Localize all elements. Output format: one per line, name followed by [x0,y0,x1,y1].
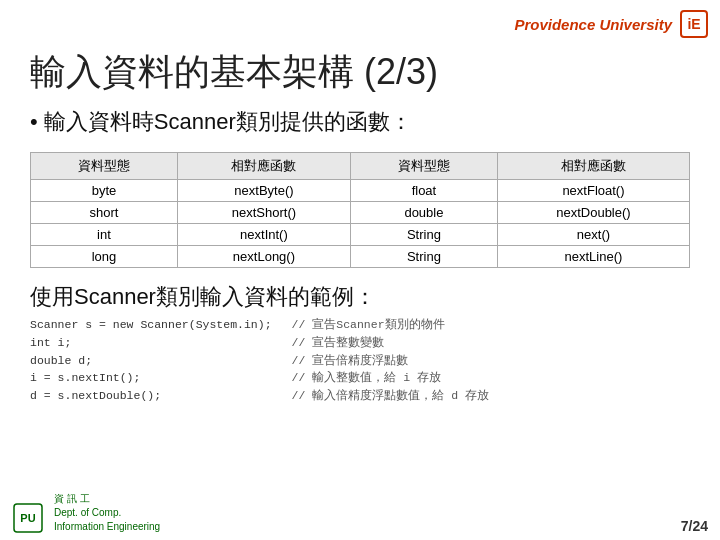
bullet-section: 輸入資料時Scanner類別提供的函數： [0,103,720,146]
dept-info: PU 資 訊 工 Dept. of Comp. Information Engi… [12,492,160,534]
table-cell: nextFloat() [497,179,689,201]
dept-line1: 資 訊 工 [54,492,160,506]
table-cell: nextShort() [177,201,350,223]
code-line-left: int i; [30,334,272,352]
code-line-right: // 輸入倍精度浮點數值，給 d 存放 [292,387,489,405]
code-line-left: i = s.nextInt(); [30,369,272,387]
footer: PU 資 訊 工 Dept. of Comp. Information Engi… [0,492,720,534]
table-cell: nextInt() [177,223,350,245]
table-row: intnextInt()Stringnext() [31,223,690,245]
table-body: bytenextByte()floatnextFloat()shortnextS… [31,179,690,267]
page-number: 7/24 [681,518,708,534]
table-row: shortnextShort()doublenextDouble() [31,201,690,223]
table-cell: float [350,179,497,201]
section-heading: 使用Scanner類別輸入資料的範例： [0,276,720,316]
table-cell: next() [497,223,689,245]
col-header-2: 相對應函數 [177,152,350,179]
table-row: bytenextByte()floatnextFloat() [31,179,690,201]
col-header-3: 資料型態 [350,152,497,179]
table-cell: nextDouble() [497,201,689,223]
code-line-right: // 輸入整數值，給 i 存放 [292,369,489,387]
header: Providence University iE [0,0,720,44]
code-line-left: double d; [30,352,272,370]
dept-line3: Information Engineering [54,520,160,534]
table-cell: nextLine() [497,245,689,267]
dept-text: 資 訊 工 Dept. of Comp. Information Enginee… [54,492,160,534]
university-name: Providence University [514,16,672,33]
table-cell: int [31,223,178,245]
table-cell: byte [31,179,178,201]
table-cell: short [31,201,178,223]
table-row: longnextLong()StringnextLine() [31,245,690,267]
table-cell: String [350,223,497,245]
code-line-right: // 宣告整數變數 [292,334,489,352]
table-header-row: 資料型態 相對應函數 資料型態 相對應函數 [31,152,690,179]
code-block: Scanner s = new Scanner(System.in);int i… [30,316,690,405]
svg-text:PU: PU [20,512,35,524]
main-title: 輸入資料的基本架構 (2/3) [0,44,720,103]
dept-logo-icon: PU [12,502,44,534]
bullet-text: 輸入資料時Scanner類別提供的函數： [30,109,412,134]
table-cell: long [31,245,178,267]
university-logo: iE [680,10,708,38]
table-cell: String [350,245,497,267]
table-cell: nextLong() [177,245,350,267]
scanner-table: 資料型態 相對應函數 資料型態 相對應函數 bytenextByte()floa… [30,152,690,268]
code-left: Scanner s = new Scanner(System.in);int i… [30,316,272,405]
dept-line2: Dept. of Comp. [54,506,160,520]
col-header-4: 相對應函數 [497,152,689,179]
code-line-left: d = s.nextDouble(); [30,387,272,405]
code-line-right: // 宣告Scanner類別的物件 [292,316,489,334]
col-header-1: 資料型態 [31,152,178,179]
table-cell: double [350,201,497,223]
code-line-right: // 宣告倍精度浮點數 [292,352,489,370]
code-right: // 宣告Scanner類別的物件// 宣告整數變數// 宣告倍精度浮點數// … [292,316,489,405]
table-cell: nextByte() [177,179,350,201]
code-line-left: Scanner s = new Scanner(System.in); [30,316,272,334]
